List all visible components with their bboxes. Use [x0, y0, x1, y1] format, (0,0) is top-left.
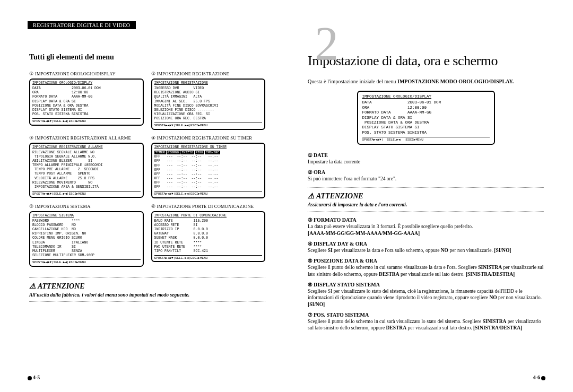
- menu-block: ①IMPOSTAZIONE OROLOGIO/DISPLAY IMPOSTAZI…: [29, 71, 144, 130]
- attention-body: Assicurarsi di impostare la data e l'ora…: [308, 202, 544, 207]
- menu-label: ④IMPOSTAZIONE REGISTRAZIONE SU TIMER: [151, 135, 266, 141]
- warning-icon: ⚠: [29, 282, 38, 291]
- setting-item: ③FORMATO DATA La data può essere visuali…: [308, 217, 544, 237]
- right-page: Impostazione di data, ora e schermo Ques…: [308, 53, 544, 336]
- menu-label: ③IMPOSTAZIONE REGISTRAZIONE ALLARME: [29, 135, 144, 141]
- warning-icon: ⚠: [308, 191, 316, 201]
- intro-text: Questa è l'impostazione iniziale del men…: [308, 79, 544, 84]
- setting-item: ②ORA Si può immettere l'ora nel formato …: [308, 169, 544, 182]
- attention-title: ⚠ATTENZIONE: [308, 191, 544, 201]
- setting-item: ⑤POSIZIONE DATA & ORA Scegliere il punto…: [308, 258, 544, 277]
- menu-label: ②IMPOSTAZIONE REGISTRAZIONE: [151, 71, 266, 76]
- attention-box: ⚠ATTENZIONE All'uscita dalla fabbrica, i…: [29, 277, 265, 302]
- setting-item: ⑦POS. STATO SISTEMA Scegliere il punto d…: [308, 312, 544, 332]
- osd-screen: IMPOSTAZIONE REGISTRAZIONE SU TIMER TIME…: [151, 143, 266, 198]
- attention-title: ⚠ATTENZIONE: [29, 282, 265, 291]
- attention-body: All'uscita dalla fabbrica, i valori del …: [29, 292, 265, 298]
- menu-label: ⑤IMPOSTAZIONE SISTEMA: [29, 204, 144, 209]
- osd-screen: IMPOSTAZIONE OROLOGIO/DISPLAY DATA 2003-…: [29, 79, 144, 126]
- attention-box: ⚠ATTENZIONE Assicurarsi di impostare la …: [308, 187, 544, 212]
- timer-headers: TIMERGIORNOINIZIOFINEIMG/SEC: [154, 151, 263, 155]
- settings-list: ①DATE Impostare la data corrente ②ORA Si…: [308, 152, 544, 182]
- left-page: Tutti gli elementi del menu ①IMPOSTAZION…: [29, 53, 265, 336]
- osd-screen: IMPOSTAZIONE REGISTRAZIONE ALLARME RILEV…: [29, 143, 144, 198]
- setting-item: ⑥DISPLAY STATO SISTEMA Scegliere SI per …: [308, 282, 544, 308]
- menu-grid: ①IMPOSTAZIONE OROLOGIO/DISPLAY IMPOSTAZI…: [29, 71, 265, 267]
- settings-list-2: ③FORMATO DATA La data può essere visuali…: [308, 217, 544, 331]
- osd-screen: IMPOSTAZIONE PORTE DI COMUNICAZIONE BAUD…: [151, 211, 266, 263]
- menu-block: ⑥IMPOSTAZIONE PORTE DI COMUNICAZIONE IMP…: [151, 204, 266, 267]
- menu-block: ④IMPOSTAZIONE REGISTRAZIONE SU TIMER IMP…: [151, 135, 266, 198]
- menu-block: ⑤IMPOSTAZIONE SISTEMA IMPOSTAZIONE SISTE…: [29, 204, 144, 267]
- menu-block: ③IMPOSTAZIONE REGISTRAZIONE ALLARME IMPO…: [29, 135, 144, 198]
- menu-label: ⑥IMPOSTAZIONE PORTE DI COMUNICAZIONE: [151, 204, 266, 209]
- page-dot-icon: [28, 376, 32, 380]
- chapter-number: 2: [315, 20, 338, 68]
- doc-header: REGISTRATORE DIGITALE DI VIDEO: [28, 21, 136, 29]
- setting-item: ④DISPLAY DAY & ORA Scegliere SI per visu…: [308, 241, 544, 254]
- menu-label: ①IMPOSTAZIONE OROLOGIO/DISPLAY: [29, 71, 144, 76]
- page-number-left: 4-5: [27, 374, 40, 380]
- page-dot-icon: [541, 376, 545, 380]
- osd-screen: IMPOSTAZIONE REGISTRAZIONE INGRESSO DVR …: [151, 79, 266, 130]
- setting-item: ①DATE Impostare la data corrente: [308, 152, 544, 165]
- page-number-right: 4-6: [533, 374, 546, 380]
- right-title: Impostazione di data, ora e schermo: [308, 53, 544, 69]
- left-title: Tutti gli elementi del menu: [29, 53, 265, 62]
- osd-screen: IMPOSTAZIONE SISTEMA PASSWORD **** BLOCC…: [29, 211, 144, 267]
- osd-screen-main: IMPOSTAZIONE OROLOGIO/DISPLAY DATA 2003-…: [357, 91, 495, 145]
- menu-block: ②IMPOSTAZIONE REGISTRAZIONE IMPOSTAZIONE…: [151, 71, 266, 130]
